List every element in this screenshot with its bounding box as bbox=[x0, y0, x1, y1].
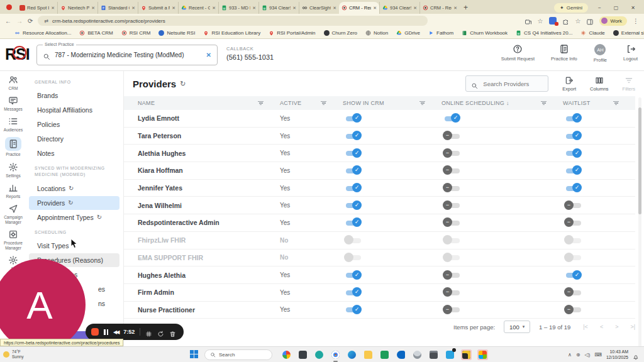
search-providers-input[interactable] bbox=[482, 80, 543, 88]
network-icon[interactable]: ⊕ bbox=[576, 352, 580, 358]
side-panel-icon[interactable] bbox=[586, 17, 594, 25]
sidebar-item-brands[interactable]: Brands bbox=[29, 89, 119, 102]
online-scheduling-toggle-on[interactable]: ✓ bbox=[443, 113, 462, 123]
online-scheduling-toggle-off[interactable]: − bbox=[443, 131, 462, 141]
maximize-button[interactable]: ▢ bbox=[614, 5, 619, 11]
table-row[interactable]: Kiara HoffmanYes✓−✓ bbox=[124, 162, 635, 180]
menu-kebab-icon[interactable]: ⋮ bbox=[633, 18, 639, 25]
new-tab-button[interactable]: + bbox=[464, 3, 468, 12]
tab-close-icon[interactable]: ✕ bbox=[51, 6, 55, 11]
tab-close-icon[interactable]: ✕ bbox=[453, 6, 457, 11]
minimize-button[interactable]: − bbox=[598, 5, 601, 11]
table-row[interactable]: Lydia EmnottYes✓✓✓ bbox=[124, 110, 635, 128]
sidebar-item-hospital-affiliations[interactable]: Hospital Affiliations bbox=[29, 103, 119, 117]
online-scheduling-toggle-off[interactable]: − bbox=[443, 305, 462, 315]
taskbar-m365-icon[interactable] bbox=[477, 349, 488, 360]
tab-close-icon[interactable]: ✕ bbox=[131, 6, 135, 11]
browser-tab[interactable]: Red Spot Int✕ bbox=[17, 2, 57, 14]
tab-close-icon[interactable]: ✕ bbox=[333, 6, 336, 11]
table-row[interactable]: Jennifer YatesYes✓−✓ bbox=[124, 180, 635, 197]
table-row[interactable]: Tara PetersonYes✓−✓ bbox=[124, 128, 635, 145]
search-providers-box[interactable] bbox=[465, 75, 548, 92]
show-in-crm-toggle-on[interactable]: ✓ bbox=[344, 287, 363, 297]
tab-close-icon[interactable]: ✕ bbox=[212, 6, 216, 11]
restart-icon[interactable] bbox=[157, 329, 164, 336]
online-scheduling-toggle-off[interactable]: − bbox=[443, 270, 462, 280]
filter-funnel-icon[interactable] bbox=[541, 101, 547, 106]
rewind-icon[interactable]: ◀◀ bbox=[113, 329, 118, 335]
waitlist-toggle-off[interactable]: − bbox=[564, 287, 583, 297]
browser-tab[interactable]: Nextech Pra✕ bbox=[57, 2, 97, 14]
back-icon[interactable]: ← bbox=[5, 18, 11, 25]
filter-funnel-icon[interactable] bbox=[258, 101, 264, 106]
show-in-crm-toggle-on[interactable]: ✓ bbox=[344, 305, 363, 315]
show-in-crm-toggle-on[interactable]: ✓ bbox=[344, 217, 363, 228]
online-scheduling-toggle-off[interactable]: − bbox=[443, 148, 462, 158]
prev-page-button[interactable]: < bbox=[600, 324, 603, 330]
rail-item-practice[interactable]: Practice bbox=[0, 137, 26, 157]
column-header-waitlist[interactable]: WAITLIST bbox=[563, 100, 635, 106]
sidebar-item-directory[interactable]: Directory bbox=[29, 132, 119, 146]
bookmark-star-icon[interactable]: ☆ bbox=[538, 18, 543, 25]
weather-widget[interactable]: 74°F Sunny bbox=[0, 349, 40, 360]
stop-recording-button[interactable] bbox=[91, 328, 99, 336]
sidebar-item-appointment-types[interactable]: Appointment Types↻ bbox=[29, 211, 119, 224]
rail-item-procedure-manager[interactable]: Procedure Manager bbox=[0, 229, 26, 251]
column-header-active[interactable]: ACTIVE bbox=[280, 100, 343, 106]
tab-close-icon[interactable]: ✕ bbox=[413, 6, 417, 11]
table-scrollbar[interactable] bbox=[638, 97, 641, 349]
table-row[interactable]: Alethia HughesYes✓−✓ bbox=[124, 145, 635, 162]
browser-tab[interactable]: ClearSight L✕ bbox=[299, 2, 339, 14]
bookmark-item[interactable]: Resource Allocation... bbox=[14, 30, 71, 36]
browser-tab[interactable]: CRM - Red S✕ bbox=[339, 2, 379, 14]
column-header-online-scheduling[interactable]: ONLINE SCHEDULING ↓ bbox=[441, 100, 563, 106]
online-scheduling-toggle-off[interactable]: − bbox=[443, 217, 462, 228]
show-in-crm-toggle-on[interactable]: ✓ bbox=[344, 113, 363, 123]
table-row[interactable]: Jena WilhelmiYes✓−− bbox=[124, 197, 635, 214]
columns-button[interactable]: Columns bbox=[590, 76, 609, 92]
waitlist-toggle-off[interactable]: − bbox=[564, 200, 583, 211]
export-button[interactable]: Export bbox=[562, 76, 576, 92]
bookmark-item[interactable]: BETA CRM bbox=[79, 30, 113, 36]
rail-item-campaign-manager[interactable]: Campaign Manager bbox=[0, 204, 26, 225]
rail-item-settings[interactable]: Settings bbox=[0, 162, 26, 178]
tab-close-icon[interactable]: ✕ bbox=[252, 6, 256, 11]
notification-bell-icon[interactable] bbox=[633, 351, 639, 358]
bookmark-item[interactable]: Churn Zero bbox=[324, 30, 357, 36]
show-in-crm-toggle-on[interactable]: ✓ bbox=[344, 131, 363, 141]
taskbar-notes-icon[interactable] bbox=[461, 349, 472, 360]
column-header-name[interactable]: NAME bbox=[124, 100, 280, 106]
bookmark-item[interactable]: RSI CRM bbox=[121, 30, 151, 36]
tab-close-icon[interactable]: ✕ bbox=[292, 6, 296, 11]
rail-item-audiences[interactable]: Audiences bbox=[0, 116, 26, 133]
bookmark-item[interactable]: GDrive bbox=[396, 30, 420, 36]
table-row[interactable]: Hughes AlethiaYes✓−✓ bbox=[124, 266, 635, 284]
taskbar-chrome-icon[interactable] bbox=[330, 349, 341, 360]
select-practice-field[interactable]: Select Practice 787 - Modernizing Medici… bbox=[36, 45, 218, 65]
extension-icon[interactable] bbox=[549, 17, 557, 25]
filter-funnel-icon[interactable] bbox=[613, 101, 619, 106]
online-scheduling-toggle-off[interactable]: − bbox=[443, 200, 462, 211]
waitlist-toggle-on[interactable]: ✓ bbox=[564, 148, 583, 158]
submit-request-button[interactable]: Submit Request bbox=[501, 44, 535, 63]
sidebar-item-policies[interactable]: Policies bbox=[29, 118, 119, 131]
bookmark-item[interactable]: Notion bbox=[365, 30, 388, 36]
rail-item-reports[interactable]: Reports bbox=[0, 183, 26, 199]
filter-funnel-icon[interactable] bbox=[419, 101, 425, 106]
taskbar-app-teal-icon[interactable] bbox=[314, 349, 325, 360]
first-page-button[interactable]: |< bbox=[583, 324, 588, 330]
show-in-crm-toggle-on[interactable]: ✓ bbox=[344, 270, 363, 280]
tray-chevron-icon[interactable]: ∧ bbox=[568, 352, 572, 358]
waitlist-toggle-on[interactable]: ✓ bbox=[564, 183, 583, 193]
profile-button[interactable]: AHProfile bbox=[594, 44, 607, 63]
filter-funnel-icon[interactable] bbox=[321, 101, 326, 106]
sidebar-item-notes[interactable]: Notes bbox=[29, 146, 119, 160]
next-page-button[interactable]: > bbox=[615, 324, 618, 330]
start-button[interactable] bbox=[190, 350, 199, 359]
site-settings-icon[interactable]: ⇄ bbox=[44, 18, 48, 24]
bookmark-item[interactable]: CS Q4 Initiatives 20... bbox=[516, 30, 572, 36]
volume-icon[interactable]: ◁) bbox=[585, 352, 591, 358]
browser-tab[interactable]: Submit a Re✕ bbox=[138, 2, 178, 14]
rail-item-crm[interactable]: CRM bbox=[0, 75, 26, 91]
taskbar-outlook-icon[interactable] bbox=[396, 349, 406, 360]
